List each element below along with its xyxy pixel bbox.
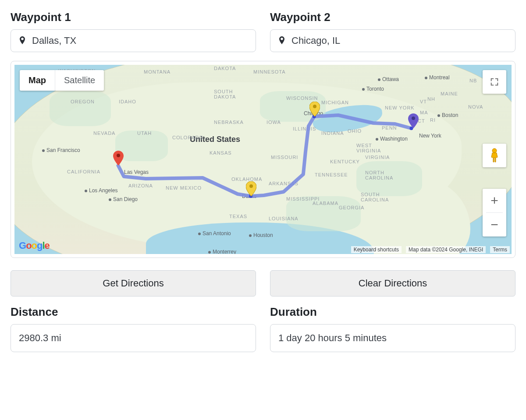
- city-label: Montreal: [425, 74, 450, 81]
- waypoint1-value: Dallas, TX: [32, 35, 76, 46]
- state-label: NEW YORK: [385, 105, 415, 110]
- pin-icon: [17, 35, 28, 46]
- pegman-icon: [489, 148, 500, 163]
- waypoint2-label: Waypoint 2: [270, 11, 515, 24]
- waypoint1-input[interactable]: Dallas, TX: [11, 29, 256, 52]
- terrain-patch: [50, 91, 111, 126]
- map-data-text: Map data ©2024 Google, INEGI: [406, 246, 486, 253]
- waypoint2-input[interactable]: Chicago, IL: [270, 29, 515, 52]
- streetview-pegman-button[interactable]: [483, 144, 506, 167]
- state-label: COLORADO: [172, 135, 203, 140]
- state-label: UTAH: [137, 131, 152, 136]
- get-directions-button[interactable]: Get Directions: [11, 270, 256, 296]
- state-label: MINNESOTA: [253, 69, 286, 74]
- state-label: MAINE: [441, 91, 458, 96]
- state-label: VT: [420, 99, 427, 104]
- map-type-satellite-button[interactable]: Satellite: [55, 70, 104, 91]
- map-attribution: Keyboard shortcuts Map data ©2024 Google…: [351, 246, 510, 253]
- map-type-map-button[interactable]: Map: [20, 70, 55, 91]
- state-label: MA: [420, 110, 428, 115]
- state-label: IOWA: [267, 120, 281, 125]
- city-label: New York: [419, 133, 441, 139]
- svg-point-5: [313, 105, 316, 108]
- state-label: WISCONSIN: [286, 95, 318, 101]
- state-label: NB: [469, 78, 477, 83]
- map-type-control: Map Satellite: [20, 70, 104, 91]
- city-label: Monterrey: [208, 249, 236, 254]
- city-label: Los Angeles: [85, 187, 117, 194]
- svg-point-3: [117, 154, 120, 157]
- fullscreen-icon: [490, 77, 499, 87]
- city-label: San Diego: [109, 196, 138, 202]
- state-label: SOUTH DAKOTA: [214, 89, 236, 99]
- state-label: INDIANA: [321, 131, 344, 136]
- city-label: San Francisco: [42, 147, 80, 153]
- state-label: TENNESSEE: [315, 172, 348, 177]
- state-label: GEORGIA: [339, 205, 364, 210]
- state-label: CT: [418, 118, 425, 124]
- state-label: WEST VIRGINIA: [356, 143, 381, 153]
- state-label: TEXAS: [229, 214, 247, 219]
- city-label: Las Vegas: [124, 169, 149, 175]
- state-label: NOVA: [468, 104, 483, 109]
- state-label: RI: [430, 117, 436, 123]
- state-label: SOUTH CAROLINA: [361, 192, 389, 202]
- state-label: VIRGINIA: [365, 155, 390, 160]
- state-label: LOUISIANA: [269, 216, 299, 221]
- state-label: PENN: [382, 125, 397, 131]
- state-label: NEVADA: [93, 131, 115, 136]
- state-label: KANSAS: [210, 150, 232, 155]
- distance-value: 2980.3 mi: [11, 324, 256, 352]
- keyboard-shortcuts-link[interactable]: Keyboard shortcuts: [351, 246, 402, 253]
- state-label: NORTH CAROLINA: [365, 170, 393, 180]
- state-label: MICHIGAN: [321, 100, 349, 105]
- state-label: OHIO: [348, 128, 362, 134]
- map-container: United States San Francisco Los Angeles …: [11, 61, 515, 258]
- city-label: Boston: [437, 112, 458, 118]
- state-label: NEBRASKA: [214, 120, 244, 125]
- waypoint2-value: Chicago, IL: [291, 35, 340, 46]
- state-label: ILLINOIS: [293, 126, 316, 131]
- city-label: Houston: [249, 232, 273, 238]
- state-label: DAKOTA: [214, 66, 236, 71]
- city-label: San Antonio: [198, 230, 231, 236]
- city-label: Ottawa: [378, 76, 399, 82]
- google-logo: Google: [19, 240, 50, 251]
- duration-value: 1 day 20 hours 5 minutes: [270, 324, 515, 352]
- state-label: IDAHO: [119, 99, 136, 104]
- zoom-control: + −: [483, 189, 506, 236]
- marker-waypoint2[interactable]: [309, 102, 320, 116]
- state-label: MONTANA: [144, 69, 171, 74]
- state-label: ARKANSAS: [269, 181, 299, 186]
- state-label: MISSOURI: [271, 155, 298, 160]
- zoom-out-button[interactable]: −: [483, 213, 506, 236]
- city-label: Toronto: [362, 86, 384, 92]
- terms-link[interactable]: Terms: [490, 246, 510, 253]
- marker-start[interactable]: [113, 151, 124, 166]
- distance-label: Distance: [11, 305, 256, 319]
- duration-label: Duration: [270, 305, 515, 319]
- state-label: OREGON: [71, 99, 95, 104]
- fullscreen-button[interactable]: [483, 70, 506, 94]
- svg-point-4: [249, 184, 253, 188]
- state-label: NH: [427, 96, 435, 102]
- state-label: ARIZONA: [128, 183, 153, 188]
- pin-icon: [277, 35, 287, 46]
- svg-point-7: [492, 148, 497, 153]
- zoom-in-button[interactable]: +: [483, 189, 506, 212]
- state-label: KENTUCKY: [330, 159, 360, 164]
- marker-waypoint1[interactable]: [246, 181, 256, 196]
- state-label: MISSISSIPPI: [286, 196, 320, 201]
- clear-directions-button[interactable]: Clear Directions: [270, 270, 515, 296]
- svg-point-6: [412, 116, 415, 120]
- city-label: Washington: [376, 136, 408, 142]
- state-label: CALIFORNIA: [67, 169, 100, 174]
- waypoint1-label: Waypoint 1: [11, 11, 256, 24]
- map-canvas[interactable]: United States San Francisco Los Angeles …: [14, 65, 512, 254]
- marker-end[interactable]: [408, 113, 419, 128]
- state-label: NEW MEXICO: [166, 185, 202, 191]
